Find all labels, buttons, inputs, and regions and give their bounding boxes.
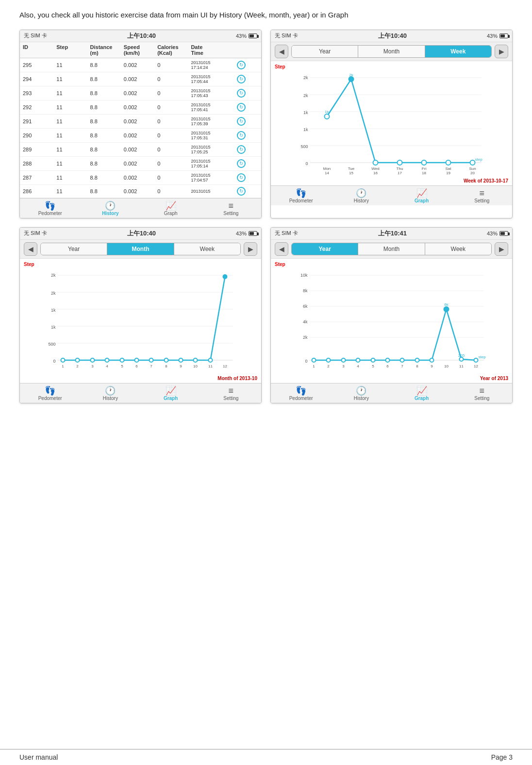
svg-text:step: step <box>479 355 486 359</box>
nav-graph[interactable]: 📈 Graph <box>392 385 452 402</box>
svg-point-12 <box>325 114 330 119</box>
seg-bar-year[interactable]: ◀ Year Month Week ▶ <box>271 240 512 259</box>
nav-history[interactable]: 🕐 History <box>331 188 391 204</box>
svg-point-52 <box>120 358 124 362</box>
refresh-icon[interactable]: ↻ <box>237 173 246 182</box>
svg-text:Sat: Sat <box>445 166 451 171</box>
pedometer-icon: 👣 <box>45 201 55 210</box>
refresh-icon[interactable]: ↻ <box>237 145 246 154</box>
seg-tabs[interactable]: Year Month Week <box>291 243 492 255</box>
nav-setting[interactable]: ≡ Setting <box>201 200 261 217</box>
prev-btn[interactable]: ◀ <box>275 242 288 256</box>
svg-point-17 <box>446 160 451 165</box>
status-bar-bot-left: 无 SIM 卡 上午10:40 43% <box>20 228 261 240</box>
table-row: 287 11 8.8 0.002 0 2013101517:04:57 ↻ <box>20 171 261 185</box>
svg-text:Sun: Sun <box>469 166 476 171</box>
status-bar-top-right: 无 SIM 卡 上午10:40 43% <box>271 30 512 42</box>
nav-history[interactable]: 🕐 History <box>80 200 140 217</box>
col-speed: Speed(km/h) <box>124 44 157 56</box>
seg-tabs[interactable]: Year Month Week <box>40 243 241 255</box>
sim-label: 无 SIM 卡 <box>24 230 47 237</box>
svg-text:7: 7 <box>401 364 403 368</box>
refresh-icon[interactable]: ↻ <box>237 89 246 98</box>
tab-month[interactable]: Month <box>358 243 425 255</box>
intro-text: Also, you check all you historic exercis… <box>19 10 513 21</box>
seg-bar-month[interactable]: ◀ Year Month Week ▶ <box>20 240 261 259</box>
table-row: 290 11 8.8 0.002 0 2013101517:05:31 ↻ <box>20 129 261 143</box>
tab-week[interactable]: Week <box>174 243 240 255</box>
footer-left: User manual <box>19 753 58 761</box>
nav-history[interactable]: 🕐 History <box>331 385 391 402</box>
prev-btn[interactable]: ◀ <box>275 45 288 58</box>
nav-pedometer[interactable]: 👣 Pedometer <box>20 385 80 402</box>
next-btn[interactable]: ▶ <box>495 45 508 58</box>
screen-graph-week: 无 SIM 卡 上午10:40 43% ◀ Year Month Week ▶ … <box>270 30 513 218</box>
svg-text:4: 4 <box>106 364 108 368</box>
sim-label: 无 SIM 卡 <box>275 230 298 237</box>
next-btn[interactable]: ▶ <box>495 242 508 256</box>
nav-pedometer[interactable]: 👣 Pedometer <box>271 385 331 402</box>
table-row: 295 11 8.8 0.002 0 2013101517:14:24 ↻ <box>20 58 261 72</box>
tab-month[interactable]: Month <box>358 46 425 57</box>
battery-icon <box>499 231 508 236</box>
nav-setting[interactable]: ≡ Setting <box>452 188 512 204</box>
next-btn[interactable]: ▶ <box>244 242 257 256</box>
tab-year[interactable]: Year <box>292 46 358 57</box>
prev-btn[interactable]: ◀ <box>24 242 37 256</box>
battery-icon <box>249 33 257 38</box>
refresh-icon[interactable]: ↻ <box>237 75 246 83</box>
bottom-nav-bot-left[interactable]: 👣 Pedometer 🕐 History 📈 Graph ≡ Setting <box>20 383 261 403</box>
time-display: 上午10:40 <box>378 32 407 40</box>
table-row: 293 11 8.8 0.002 0 2013101517:05:43 ↻ <box>20 86 261 100</box>
svg-text:14: 14 <box>325 171 329 175</box>
nav-setting[interactable]: ≡ Setting <box>201 385 261 402</box>
nav-graph[interactable]: 📈 Graph <box>141 385 201 402</box>
graph-area-year: Step 10k 8k 6k 4k 2k 0 <box>271 259 512 383</box>
tab-year[interactable]: Year <box>41 243 107 255</box>
bottom-nav-top-left[interactable]: 👣 Pedometer 🕐 History 📈 Graph ≡ Setting <box>20 198 261 218</box>
tab-month[interactable]: Month <box>107 243 174 255</box>
tab-year[interactable]: Year <box>292 243 358 255</box>
refresh-icon[interactable]: ↻ <box>237 61 246 69</box>
seg-tabs[interactable]: Year Month Week <box>291 45 492 58</box>
svg-point-93 <box>444 307 449 312</box>
svg-text:2k: 2k <box>349 73 353 77</box>
svg-point-14 <box>373 160 378 165</box>
bottom-nav-top-right[interactable]: 👣 Pedometer 🕐 History 📈 Graph ≡ Setting <box>271 185 512 205</box>
refresh-icon[interactable]: ↻ <box>237 103 246 112</box>
nav-graph[interactable]: 📈 Graph <box>141 200 201 217</box>
graph-icon: 📈 <box>416 189 427 198</box>
svg-text:500: 500 <box>300 144 308 149</box>
refresh-icon[interactable]: ↻ <box>237 117 246 126</box>
battery-percent: 43% <box>236 231 247 236</box>
table-row: 286 11 8.8 0.002 0 20131015 ↻ <box>20 185 261 198</box>
nav-pedometer[interactable]: 👣 Pedometer <box>20 200 80 217</box>
svg-text:5: 5 <box>372 364 374 368</box>
bottom-nav-bot-right[interactable]: 👣 Pedometer 🕐 History 📈 Graph ≡ Setting <box>271 383 512 403</box>
svg-text:6k: 6k <box>303 304 308 309</box>
svg-text:9: 9 <box>431 364 433 368</box>
nav-history[interactable]: 🕐 History <box>80 385 140 402</box>
seg-bar-week[interactable]: ◀ Year Month Week ▶ <box>271 42 512 61</box>
nav-setting[interactable]: ≡ Setting <box>452 385 512 402</box>
step-label: Step <box>24 262 257 267</box>
battery-percent: 43% <box>236 33 247 39</box>
refresh-icon[interactable]: ↻ <box>237 187 246 196</box>
screen-history-table: 无 SIM 卡 上午10:40 43% ID Step Distance(m) … <box>19 30 262 218</box>
screenshots-grid: 无 SIM 卡 上午10:40 43% ID Step Distance(m) … <box>19 30 513 403</box>
svg-text:Wed: Wed <box>371 166 379 171</box>
sim-label: 无 SIM 卡 <box>24 32 47 39</box>
nav-pedometer[interactable]: 👣 Pedometer <box>271 188 331 204</box>
table-row: 291 11 8.8 0.002 0 2013101517:05:39 ↻ <box>20 115 261 129</box>
tab-week[interactable]: Week <box>425 243 491 255</box>
svg-point-48 <box>61 358 65 362</box>
refresh-icon[interactable]: ↻ <box>237 131 246 140</box>
refresh-icon[interactable]: ↻ <box>237 159 246 168</box>
svg-text:0: 0 <box>305 161 308 166</box>
tab-week[interactable]: Week <box>425 46 491 57</box>
svg-text:2k: 2k <box>303 75 308 80</box>
svg-text:step: step <box>475 157 483 162</box>
nav-graph[interactable]: 📈 Graph <box>392 188 452 204</box>
svg-point-88 <box>371 358 375 362</box>
battery-percent: 43% <box>487 231 498 236</box>
